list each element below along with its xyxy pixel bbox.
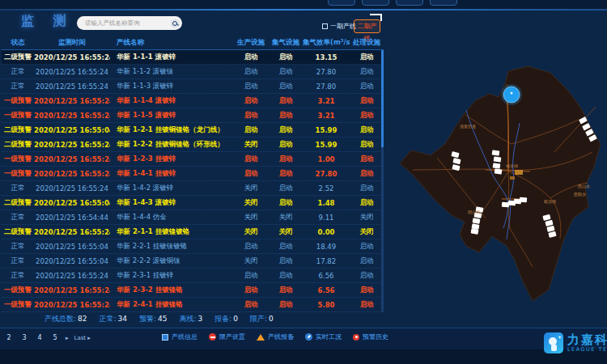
cell-time: 2020/12/25 16:55:04 <box>34 257 110 265</box>
selected-line-marker[interactable] <box>503 87 520 103</box>
column-header: 集气设施 <box>269 38 303 48</box>
cell-prod: 启动 <box>233 53 269 62</box>
cell-status: 正常 <box>2 82 34 91</box>
phase2-button[interactable]: 二期产线 <box>354 19 380 33</box>
cell-eff: 6.56 <box>303 286 350 294</box>
factory-marker[interactable] <box>502 202 509 208</box>
phase1-checkbox[interactable]: 一期产线 <box>322 22 356 31</box>
page-button[interactable]: 2 <box>4 332 14 343</box>
factory-marker[interactable] <box>493 163 501 168</box>
cell-status: 一级预警 <box>2 96 34 106</box>
table-row[interactable]: 二级预警2020/12/25 16:55:04华新 1-2-1 挂镀铜镍铬（龙门… <box>2 123 384 138</box>
column-header: 产线名称 <box>110 38 233 48</box>
table-row[interactable]: 一级预警2020/12/25 16:55:24华新 1-1-5 滚镀锌启动启动3… <box>2 108 384 123</box>
page-button[interactable]: 5 <box>50 332 60 343</box>
legend-item[interactable]: 产线报备 <box>257 332 294 341</box>
cell-gas: 启动 <box>269 53 303 62</box>
cell-status: 二级预警 <box>2 53 34 62</box>
legend-item[interactable]: 限产设置 <box>209 332 245 341</box>
cell-time: 2020/12/25 16:55:24 <box>34 184 110 193</box>
map-place-label: 城关镇 <box>505 163 518 168</box>
factory-marker[interactable] <box>495 168 503 174</box>
last-page-button[interactable]: Last ▸ <box>74 335 91 341</box>
cell-status: 二级预警 <box>2 227 34 237</box>
search-icon[interactable] <box>170 19 180 28</box>
table-row[interactable]: 正常2020/12/25 16:55:24华新 1-4-2 滚镀锌关闭启动2.5… <box>2 181 384 196</box>
cell-time: 2020/12/25 16:55:04 <box>34 243 110 251</box>
cell-status: 一级预警 <box>2 286 34 295</box>
table-row[interactable]: 一级预警2020/12/25 16:55:24华新 2-4-1 挂镀镍铬启动启动… <box>2 298 384 312</box>
summary-label: 报备: <box>214 315 231 323</box>
cell-prod: 启动 <box>233 67 269 77</box>
search-box <box>77 16 182 30</box>
cell-prod: 启动 <box>233 111 269 121</box>
summary-value: 3 <box>198 315 203 323</box>
cell-name: 华新 2-1-1 挂镀镍镀铬 <box>110 227 233 237</box>
checkbox-icon[interactable] <box>322 23 328 29</box>
table-row[interactable]: 正常2020/12/25 16:55:24华新 1-1-3 滚镀锌启动启动27.… <box>2 79 384 94</box>
legend-item[interactable]: 产线信息 <box>162 332 197 341</box>
district-map[interactable]: 汤泉街道城关镇西山水西阳乡双洋镇冈山镇 <box>388 49 607 324</box>
factory-marker[interactable] <box>520 197 527 203</box>
cell-time: 2020/12/25 16:54:44 <box>34 214 110 222</box>
cell-gas: 启动 <box>269 184 303 193</box>
selected-marker-dot <box>511 92 513 95</box>
map-town-block <box>510 176 515 180</box>
legend-item[interactable]: 实时工况 <box>305 332 342 341</box>
table-row[interactable]: 一级预警2020/12/25 16:55:24华新 1-2-3 挂镀锌启动启动1… <box>2 152 384 167</box>
cell-eff: 17.82 <box>303 257 350 265</box>
cell-status: 二级预警 <box>2 140 34 150</box>
cell-eff: 13.15 <box>303 53 350 61</box>
table-scrollbar[interactable] <box>381 50 384 312</box>
cell-time: 2020/12/25 16:55:24 <box>34 112 110 120</box>
cell-prod: 启动 <box>233 242 269 252</box>
cell-eff: 9.11 <box>303 214 350 222</box>
cell-eff: 15.99 <box>303 126 350 134</box>
cell-time: 2020/12/25 16:55:24 <box>34 301 110 309</box>
limit-icon <box>209 333 216 341</box>
scrollbar-thumb[interactable] <box>381 50 384 147</box>
table-row[interactable]: 一级预警2020/12/25 16:55:24华新 1-1-4 滚镀锌启动启动3… <box>2 94 384 108</box>
cell-gas: 关闭 <box>269 227 303 237</box>
table-header-row: 状态监测时间产线名称生产设施集气设施集气效率(m³/s)处理设施 <box>2 36 384 50</box>
table-row[interactable]: 二级预警2020/12/25 16:55:24华新 1-2-2 挂镀铜镍铬（环形… <box>2 138 384 152</box>
table-row[interactable]: 正常2020/12/25 16:55:24华新 1-1-2 滚镀镍启动启动27.… <box>2 65 384 79</box>
cell-eff: 1.48 <box>303 199 350 207</box>
factory-marker[interactable] <box>492 150 500 155</box>
cell-treat: 关闭 <box>350 213 384 222</box>
cell-treat: 启动 <box>350 271 384 281</box>
page-button[interactable]: 3 <box>19 332 29 343</box>
next-page-icon[interactable]: ▸ <box>66 335 69 341</box>
cell-time: 2020/12/25 16:55:24 <box>34 155 110 163</box>
table-row[interactable]: 正常2020/12/25 16:55:04华新 2-2-2 滚镀铜镍关闭启动17… <box>2 254 384 269</box>
cell-prod: 关闭 <box>233 213 269 222</box>
table-row[interactable]: 二级预警2020/12/25 16:55:04华新 1-4-3 滚镀锌关闭启动1… <box>2 196 384 210</box>
cell-status: 正常 <box>2 256 34 266</box>
search-input[interactable] <box>83 19 170 28</box>
table-row[interactable]: 正常2020/12/25 16:54:44华新 1-4-4 仿金关闭关闭9.11… <box>2 210 384 225</box>
cell-prod: 关闭 <box>233 198 269 208</box>
cell-eff: 15.99 <box>303 141 350 149</box>
top-deco-tab <box>362 0 389 6</box>
factory-marker[interactable] <box>494 156 502 162</box>
corner-bracket-decoration <box>370 14 382 21</box>
cell-status: 正常 <box>2 271 34 281</box>
cell-name: 华新 1-1-2 滚镀镍 <box>110 67 233 77</box>
table-row[interactable]: 正常2020/12/25 16:55:24华新 2-3-1 挂镀锌启动启动6.5… <box>2 269 384 283</box>
cell-name: 华新 2-4-1 挂镀镍铬 <box>110 300 233 310</box>
table-row[interactable]: 二级预警2020/12/25 16:55:24华新 1-1-1 滚镀锌启动启动1… <box>2 50 384 65</box>
table-row[interactable]: 正常2020/12/25 16:55:04华新 2-2-1 挂镀镍镀铬启动启动1… <box>2 239 384 254</box>
legend-item[interactable]: 预警历史 <box>353 332 388 341</box>
page-button[interactable]: 4 <box>35 332 45 343</box>
summary-value: 0 <box>233 315 238 323</box>
cell-name: 华新 1-1-3 滚镀锌 <box>110 82 233 91</box>
top-deco-tab <box>396 0 423 6</box>
table-row[interactable]: 一级预警2020/12/25 16:55:24华新 1-4-1 挂镀锌启动启动2… <box>2 167 384 181</box>
cell-prod: 启动 <box>233 169 269 179</box>
summary-item: 正常:34 <box>100 314 128 324</box>
table-row[interactable]: 一级预警2020/12/25 16:55:24华新 2-3-2 挂镀镍铬启动启动… <box>2 283 384 298</box>
summary-value: 45 <box>158 315 167 323</box>
map-place-label: 西阳乡 <box>574 192 586 197</box>
summary-label: 离线: <box>180 315 197 323</box>
table-row[interactable]: 二级预警2020/12/25 16:55:24华新 2-1-1 挂镀镍镀铬关闭关… <box>2 225 384 239</box>
